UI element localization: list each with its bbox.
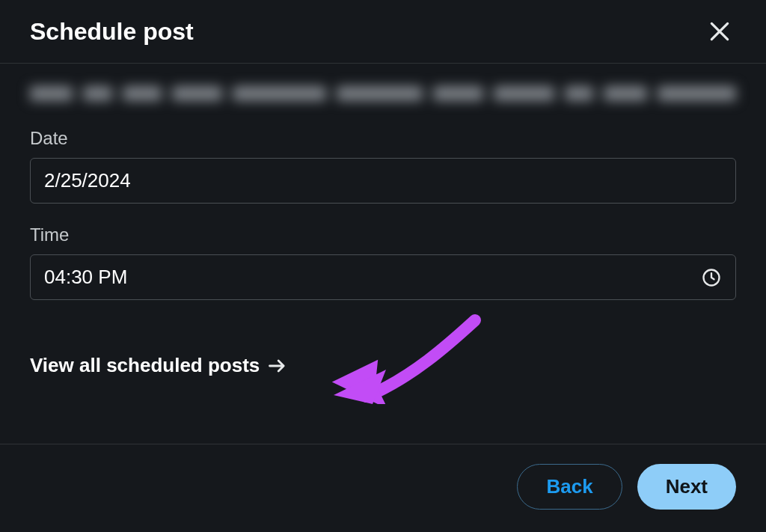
close-icon (708, 19, 732, 43)
time-label: Time (30, 224, 736, 245)
date-value: 2/25/2024 (44, 169, 131, 192)
arrow-right-icon (267, 355, 288, 376)
clock-icon (701, 267, 722, 288)
modal-footer: Back Next (0, 444, 766, 532)
modal-title: Schedule post (30, 18, 194, 46)
svg-marker-1 (334, 370, 386, 404)
time-value: 04:30 PM (44, 266, 127, 289)
back-button[interactable]: Back (517, 464, 622, 510)
date-input[interactable]: 2/25/2024 (30, 158, 736, 204)
annotation-arrow (329, 314, 486, 407)
redacted-info-line (30, 86, 736, 108)
next-button[interactable]: Next (637, 464, 736, 510)
modal-header: Schedule post (0, 0, 766, 64)
schedule-post-modal: Schedule post Date 2/25/2024 Time 04:30 … (0, 0, 766, 532)
time-input[interactable]: 04:30 PM (30, 254, 736, 300)
date-label: Date (30, 128, 736, 149)
view-all-label: View all scheduled posts (30, 354, 260, 377)
modal-body: Date 2/25/2024 Time 04:30 PM View all sc… (0, 64, 766, 444)
close-button[interactable] (703, 15, 736, 48)
view-all-scheduled-posts-link[interactable]: View all scheduled posts (30, 354, 288, 377)
